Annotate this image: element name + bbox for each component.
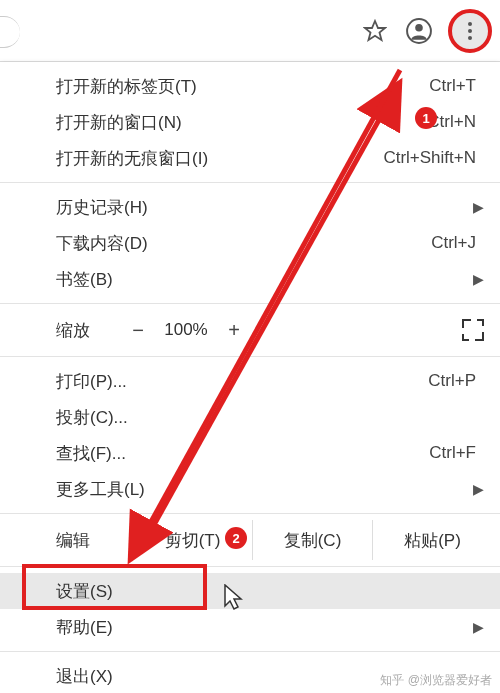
menu-label: 帮助(E): [56, 616, 476, 639]
annotation-badge-2: 2: [225, 527, 247, 549]
zoom-out-button[interactable]: −: [120, 319, 156, 342]
chevron-right-icon: ▶: [473, 199, 484, 215]
menu-label: 打开新的窗口(N): [56, 111, 427, 134]
menu-label: 投射(C)...: [56, 406, 476, 429]
menu-shortcut: Ctrl+F: [429, 443, 476, 463]
menu-bookmarks[interactable]: 书签(B) ▶: [0, 261, 500, 297]
menu-new-tab[interactable]: 打开新的标签页(T) Ctrl+T: [0, 68, 500, 104]
menu-divider: [0, 513, 500, 514]
menu-label: 设置(S): [56, 580, 476, 603]
menu-divider: [0, 182, 500, 183]
copy-button[interactable]: 复制(C): [252, 520, 372, 560]
main-menu: 打开新的标签页(T) Ctrl+T 打开新的窗口(N) Ctrl+N 打开新的无…: [0, 62, 500, 693]
menu-find[interactable]: 查找(F)... Ctrl+F: [0, 435, 500, 471]
zoom-in-button[interactable]: +: [216, 319, 252, 342]
menu-settings[interactable]: 设置(S): [0, 573, 500, 609]
svg-marker-0: [365, 21, 385, 40]
menu-label: 下载内容(D): [56, 232, 431, 255]
menu-downloads[interactable]: 下载内容(D) Ctrl+J: [0, 225, 500, 261]
browser-toolbar: [0, 0, 500, 62]
watermark: 知乎 @浏览器爱好者: [380, 672, 492, 689]
menu-label: 打开新的标签页(T): [56, 75, 429, 98]
menu-print[interactable]: 打印(P)... Ctrl+P: [0, 363, 500, 399]
bookmark-star-icon[interactable]: [360, 16, 390, 46]
paste-button[interactable]: 粘贴(P): [372, 520, 492, 560]
svg-point-2: [415, 23, 423, 31]
zoom-label: 缩放: [56, 319, 90, 342]
annotation-badge-1: 1: [415, 107, 437, 129]
menu-label: 查找(F)...: [56, 442, 429, 465]
menu-label: 历史记录(H): [56, 196, 476, 219]
menu-label: 书签(B): [56, 268, 476, 291]
zoom-value: 100%: [156, 320, 216, 340]
menu-label: 更多工具(L): [56, 478, 476, 501]
menu-cast[interactable]: 投射(C)...: [0, 399, 500, 435]
menu-label: 打开新的无痕窗口(I): [56, 147, 383, 170]
menu-divider: [0, 303, 500, 304]
chevron-right-icon: ▶: [473, 619, 484, 635]
menu-shortcut: Ctrl+T: [429, 76, 476, 96]
omnibox-edge: [0, 16, 20, 48]
main-menu-button[interactable]: [448, 9, 492, 53]
menu-help[interactable]: 帮助(E) ▶: [0, 609, 500, 645]
profile-icon[interactable]: [404, 16, 434, 46]
menu-divider: [0, 356, 500, 357]
menu-edit: 编辑 剪切(T) 复制(C) 粘贴(P): [0, 520, 500, 560]
menu-divider: [0, 566, 500, 567]
menu-shortcut: Ctrl+P: [428, 371, 476, 391]
fullscreen-icon[interactable]: [462, 319, 484, 341]
chevron-right-icon: ▶: [473, 481, 484, 497]
menu-more-tools[interactable]: 更多工具(L) ▶: [0, 471, 500, 507]
menu-shortcut: Ctrl+Shift+N: [383, 148, 476, 168]
menu-zoom: 缩放 − 100% +: [0, 310, 500, 350]
menu-new-incognito[interactable]: 打开新的无痕窗口(I) Ctrl+Shift+N: [0, 140, 500, 176]
chevron-right-icon: ▶: [473, 271, 484, 287]
menu-history[interactable]: 历史记录(H) ▶: [0, 189, 500, 225]
menu-divider: [0, 651, 500, 652]
menu-label: 打印(P)...: [56, 370, 428, 393]
menu-shortcut: Ctrl+J: [431, 233, 476, 253]
edit-label: 编辑: [56, 529, 132, 552]
kebab-icon: [468, 22, 472, 40]
